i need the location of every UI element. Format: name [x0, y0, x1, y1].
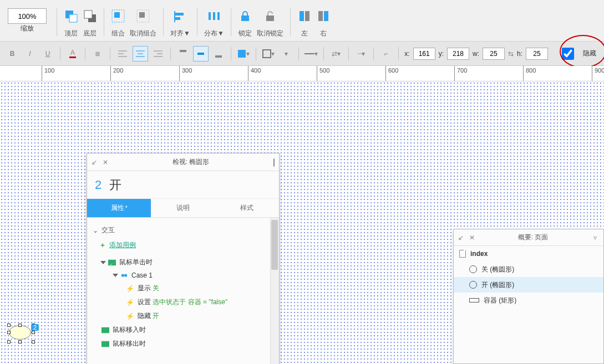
text-color-button[interactable]: A [65, 46, 80, 61]
svg-rect-30 [197, 53, 204, 55]
line-pattern-button[interactable]: ┄▾ [353, 46, 369, 61]
svg-rect-35 [108, 259, 116, 265]
hidden-toggle[interactable]: 隐藏 [551, 45, 600, 63]
svg-rect-3 [84, 11, 92, 18]
bold-button[interactable]: B [4, 46, 20, 61]
corner-radius-button[interactable]: ⌐ [378, 46, 394, 61]
back-icon [83, 9, 97, 23]
tab-properties[interactable]: 属性* [87, 199, 151, 218]
dock-right-icon [316, 9, 331, 23]
page-icon[interactable] [273, 158, 275, 166]
lock-button[interactable]: 锁定 [238, 6, 252, 38]
outline-pin-icon[interactable]: ↙ [458, 234, 464, 242]
italic-button[interactable]: I [22, 46, 38, 61]
svg-rect-7 [139, 12, 145, 18]
main-toolbar: 缩放 顶层 底层 组合 取消组合 对齐▼ 分布▼ 锁定 取消锁定 左 [0, 0, 604, 42]
event-onclick[interactable]: 鼠标单击时 [94, 255, 277, 269]
arrow-style-button[interactable]: ⇄▾ [328, 46, 344, 61]
filter-icon[interactable]: ▿ [591, 234, 599, 242]
svg-rect-13 [217, 12, 220, 20]
align-center-button[interactable] [133, 46, 148, 61]
tab-notes[interactable]: 说明 [151, 199, 215, 218]
shape-icon [469, 298, 479, 303]
outline-panel: ↙ ✕ 概要: 页面 ▿ index 关 (椭圆形)开 (椭圆形)容器 (矩形) [453, 229, 604, 364]
page-icon [459, 250, 466, 258]
send-back-button[interactable]: 底层 [83, 6, 97, 38]
svg-rect-15 [266, 16, 274, 21]
distribute-icon [207, 9, 221, 23]
svg-rect-5 [114, 12, 120, 18]
group-button[interactable]: 组合 [111, 6, 125, 38]
action-hide[interactable]: ⚡ 隐藏 开 [94, 309, 277, 323]
align-right-button[interactable] [150, 46, 166, 61]
outline-item[interactable]: 容器 (矩形) [454, 293, 603, 308]
bullets-button[interactable]: ≣ [90, 46, 105, 61]
h-input[interactable] [526, 48, 548, 60]
line-color-button[interactable]: ▾ [261, 46, 276, 61]
tab-style[interactable]: 样式 [215, 199, 279, 218]
line-style-button[interactable]: ▾ [303, 46, 319, 61]
ungroup-icon [136, 9, 150, 23]
valign-top-button[interactable] [175, 46, 191, 61]
inspector-tabs: 属性* 说明 样式 [87, 199, 279, 218]
hidden-checkbox[interactable] [557, 48, 579, 60]
align-left-button[interactable] [115, 46, 130, 61]
event-mouseleave[interactable]: 鼠标移出时 [94, 337, 277, 351]
outline-page[interactable]: index [454, 246, 603, 262]
action-show[interactable]: ⚡ 显示 关 [94, 281, 277, 295]
valign-middle-button[interactable] [193, 46, 209, 61]
inspector-scrollbar[interactable] [270, 218, 279, 364]
inspector-panel: ↙ ✕ 检视: 椭圆形 2 开 属性* 说明 样式 ⌄ 交互 ＋ 添加用例 鼠标… [87, 153, 280, 364]
svg-rect-33 [263, 50, 271, 58]
fill-color-button[interactable]: ▾ [236, 46, 251, 61]
zoom-input[interactable] [8, 8, 47, 24]
svg-rect-9 [175, 17, 180, 20]
front-icon [64, 9, 78, 23]
x-label: x: [404, 50, 409, 58]
svg-rect-14 [241, 16, 249, 21]
case-1[interactable]: Case 1 [94, 269, 277, 281]
y-input[interactable] [447, 48, 469, 60]
line-width-button[interactable]: ▾ [278, 46, 294, 61]
x-input[interactable] [413, 48, 435, 60]
w-label: w: [473, 50, 479, 58]
link-wh-icon[interactable]: ⇆ [508, 50, 514, 58]
svg-rect-12 [213, 12, 215, 20]
outline-close-icon[interactable]: ✕ [469, 234, 475, 242]
ruler: 1002003004005006007008009001000 [0, 66, 604, 81]
pin-icon[interactable]: ↙ [92, 158, 97, 166]
section-interactions[interactable]: ⌄ 交互 [92, 222, 277, 238]
svg-rect-17 [305, 11, 309, 21]
outline-item[interactable]: 开 (椭圆形) [454, 277, 603, 293]
selected-shape[interactable]: 2 [9, 325, 33, 342]
underline-button[interactable]: U [40, 46, 55, 61]
shape-icon [469, 281, 477, 289]
bring-front-button[interactable]: 顶层 [64, 6, 78, 38]
format-toolbar: B I U A ≣ ▾ ▾ ▾ ▾ ⇄▾ ┄▾ ⌐ x: y: w: ⇆ h: … [0, 42, 604, 66]
y-label: y: [439, 50, 444, 58]
svg-rect-1 [69, 14, 77, 22]
panel-close-icon[interactable]: ✕ [103, 158, 108, 166]
outline-item[interactable]: 关 (椭圆形) [454, 262, 603, 277]
unlock-icon [263, 9, 277, 23]
ungroup-button[interactable]: 取消组合 [130, 6, 156, 38]
svg-rect-32 [238, 50, 246, 58]
action-set[interactable]: ⚡ 设置 选中状态于 容器 = "false" [94, 295, 277, 309]
distribute-button[interactable]: 分布▼ [204, 6, 224, 38]
dock-right-button[interactable]: 右 [316, 6, 331, 38]
dock-left-button[interactable]: 左 [297, 6, 312, 38]
add-case[interactable]: ＋ 添加用例 [92, 238, 277, 255]
valign-bottom-button[interactable] [211, 46, 226, 61]
svg-rect-19 [324, 11, 328, 21]
svg-rect-11 [209, 12, 211, 20]
shape-icon [469, 265, 477, 273]
event-mouseenter[interactable]: 鼠标移入时 [94, 323, 277, 337]
unlock-button[interactable]: 取消锁定 [257, 6, 283, 38]
w-input[interactable] [483, 48, 505, 60]
svg-rect-31 [215, 55, 222, 58]
align-button[interactable]: 对齐▼ [170, 6, 190, 38]
align-icon [173, 9, 187, 23]
dock-left-icon [297, 9, 312, 23]
h-label: h: [517, 50, 522, 58]
widget-name[interactable]: 开 [109, 177, 121, 193]
